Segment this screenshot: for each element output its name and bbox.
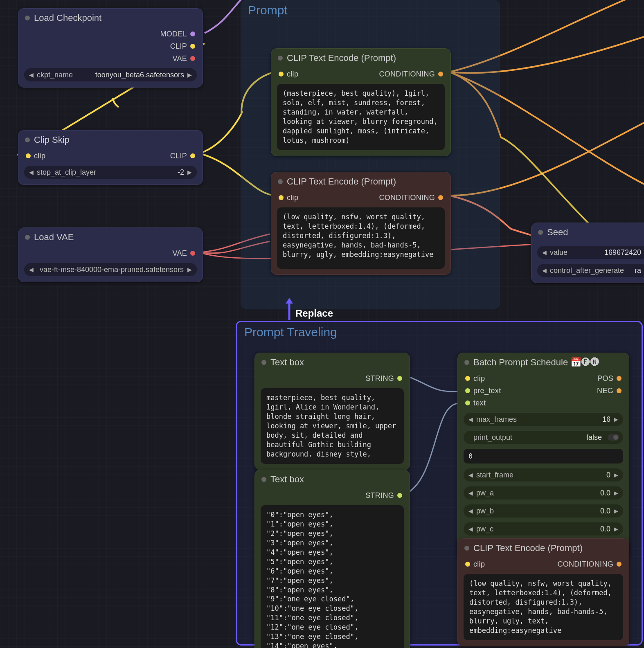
node-header[interactable]: CLIP Text Encode (Prompt) xyxy=(271,172,450,190)
output-neg[interactable]: NEG xyxy=(597,387,621,395)
port-dot-icon[interactable] xyxy=(279,195,284,200)
param-start-frame[interactable]: ◀ start_frame 0 ▶ xyxy=(464,468,623,482)
param-seed-value[interactable]: ◀ value 169672420 xyxy=(537,246,644,259)
param-pw-a[interactable]: ◀ pw_a 0.0 ▶ xyxy=(464,486,623,500)
param-pw-b[interactable]: ◀ pw_b 0.0 ▶ xyxy=(464,504,623,518)
node-clip-text-encode-negative[interactable]: CLIP Text Encode (Prompt) clip CONDITION… xyxy=(271,172,451,275)
port-dot-icon[interactable] xyxy=(465,562,470,567)
output-vae[interactable]: VAE xyxy=(172,249,195,258)
port-dot-icon[interactable] xyxy=(190,251,195,256)
node-batch-prompt-schedule[interactable]: Batch Prompt Schedule 📅🅕🅝 clip POS pre_t… xyxy=(457,353,629,560)
collapse-dot-icon[interactable] xyxy=(261,360,266,365)
port-dot-icon[interactable] xyxy=(465,388,470,393)
output-conditioning[interactable]: CONDITIONING xyxy=(379,194,443,202)
output-conditioning[interactable]: CONDITIONING xyxy=(557,560,621,569)
chevron-right-icon[interactable]: ▶ xyxy=(613,490,619,496)
collapse-dot-icon[interactable] xyxy=(538,230,543,235)
collapse-dot-icon[interactable] xyxy=(25,16,30,20)
port-dot-icon[interactable] xyxy=(190,32,195,36)
prompt-text-input[interactable]: (low quality, nsfw, worst quality, text,… xyxy=(464,574,623,640)
node-clip-skip[interactable]: Clip Skip clip CLIP ◀ stop_at_clip_layer… xyxy=(18,130,203,185)
input-text[interactable]: text xyxy=(465,399,486,407)
port-dot-icon[interactable] xyxy=(465,376,470,381)
prompt-text-input[interactable]: (masterpiece, best quality), 1girl, solo… xyxy=(277,84,445,150)
param-stop-at-clip-layer[interactable]: ◀ stop_at_clip_layer -2 ▶ xyxy=(24,166,197,179)
node-header[interactable]: Clip Skip xyxy=(18,130,203,148)
input-pre-text[interactable]: pre_text xyxy=(465,387,501,395)
chevron-left-icon[interactable]: ◀ xyxy=(468,508,474,514)
param-max-frames[interactable]: ◀ max_frames 16 ▶ xyxy=(464,413,623,426)
input-clip[interactable]: clip xyxy=(465,374,485,383)
param-control-after-generate[interactable]: ◀ control_after_generate ra xyxy=(537,264,644,277)
port-dot-icon[interactable] xyxy=(190,153,195,158)
output-clip[interactable]: CLIP xyxy=(170,152,195,160)
port-dot-icon[interactable] xyxy=(617,562,621,567)
collapse-dot-icon[interactable] xyxy=(464,360,469,365)
port-dot-icon[interactable] xyxy=(397,493,402,498)
param-pw-c[interactable]: ◀ pw_c 0.0 ▶ xyxy=(464,522,623,536)
output-string[interactable]: STRING xyxy=(365,491,402,500)
collapse-dot-icon[interactable] xyxy=(278,179,283,184)
node-header[interactable]: Text box xyxy=(255,353,410,371)
node-header[interactable]: Load VAE xyxy=(18,228,203,246)
port-dot-icon[interactable] xyxy=(190,56,195,61)
input-clip[interactable]: clip xyxy=(279,194,298,202)
chevron-right-icon[interactable]: ▶ xyxy=(187,169,193,176)
output-conditioning[interactable]: CONDITIONING xyxy=(379,70,443,79)
text-input[interactable]: masterpiece, best quality, 1girl, Alice … xyxy=(261,388,404,464)
param-vae-name[interactable]: ◀ vae-ft-mse-840000-ema-pruned.safetenso… xyxy=(24,263,197,276)
port-dot-icon[interactable] xyxy=(465,400,470,405)
port-dot-icon[interactable] xyxy=(438,72,443,76)
collapse-dot-icon[interactable] xyxy=(25,137,30,142)
node-header[interactable]: Load Checkpoint xyxy=(18,9,203,27)
chevron-left-icon[interactable]: ◀ xyxy=(28,266,34,273)
port-dot-icon[interactable] xyxy=(617,388,621,393)
chevron-right-icon[interactable]: ▶ xyxy=(613,526,619,532)
output-model[interactable]: MODEL xyxy=(160,30,195,38)
output-string[interactable]: STRING xyxy=(365,374,402,383)
prompt-text-input[interactable]: (low quality, nsfw, worst quality, text,… xyxy=(277,207,445,269)
chevron-right-icon[interactable]: ▶ xyxy=(613,416,619,423)
chevron-left-icon[interactable]: ◀ xyxy=(28,72,34,78)
chevron-left-icon[interactable]: ◀ xyxy=(468,472,474,478)
node-load-checkpoint[interactable]: Load Checkpoint MODEL CLIP VAE ◀ ckpt_na… xyxy=(18,8,203,88)
node-header[interactable]: CLIP Text Encode (Prompt) xyxy=(271,49,450,67)
chevron-right-icon[interactable]: ▶ xyxy=(613,472,619,478)
collapse-dot-icon[interactable] xyxy=(261,477,266,482)
chevron-left-icon[interactable]: ◀ xyxy=(541,267,547,274)
text-input[interactable]: "0":"open eyes", "1":"open eyes", "2":"o… xyxy=(261,505,404,648)
chevron-right-icon[interactable]: ▶ xyxy=(187,72,193,78)
chevron-right-icon[interactable]: ▶ xyxy=(613,508,619,514)
node-header[interactable]: Text box xyxy=(255,470,410,488)
input-clip[interactable]: clip xyxy=(465,560,485,569)
chevron-left-icon[interactable]: ◀ xyxy=(468,416,474,423)
node-clip-text-encode-positive[interactable]: CLIP Text Encode (Prompt) clip CONDITION… xyxy=(271,48,451,156)
inline-text-input[interactable]: 0 xyxy=(464,449,623,464)
chevron-left-icon[interactable]: ◀ xyxy=(541,249,547,256)
collapse-dot-icon[interactable] xyxy=(464,546,469,551)
port-dot-icon[interactable] xyxy=(279,72,284,76)
chevron-left-icon[interactable]: ◀ xyxy=(468,490,474,496)
node-clip-text-encode-negative-2[interactable]: CLIP Text Encode (Prompt) clip CONDITION… xyxy=(457,538,629,646)
port-dot-icon[interactable] xyxy=(397,376,402,381)
node-header[interactable]: Batch Prompt Schedule 📅🅕🅝 xyxy=(458,353,629,371)
collapse-dot-icon[interactable] xyxy=(25,235,30,240)
param-ckpt-name[interactable]: ◀ ckpt_name toonyou_beta6.safetensors ▶ xyxy=(24,68,197,81)
node-text-box-2[interactable]: Text box STRING "0":"open eyes", "1":"op… xyxy=(254,470,410,648)
input-clip[interactable]: clip xyxy=(26,152,45,160)
input-clip[interactable]: clip xyxy=(279,70,298,79)
node-text-box-1[interactable]: Text box STRING masterpiece, best qualit… xyxy=(254,353,410,470)
node-header[interactable]: CLIP Text Encode (Prompt) xyxy=(458,539,629,557)
node-seed[interactable]: Seed ◀ value 169672420 ◀ control_after_g… xyxy=(531,223,644,283)
output-clip[interactable]: CLIP xyxy=(170,42,195,51)
node-header[interactable]: Seed xyxy=(531,223,644,241)
toggle-icon[interactable] xyxy=(608,434,619,441)
param-print-output[interactable]: print_output false xyxy=(464,431,623,444)
chevron-left-icon[interactable]: ◀ xyxy=(28,169,34,176)
port-dot-icon[interactable] xyxy=(438,195,443,200)
output-pos[interactable]: POS xyxy=(597,374,621,383)
port-dot-icon[interactable] xyxy=(190,44,195,49)
collapse-dot-icon[interactable] xyxy=(278,56,283,61)
node-load-vae[interactable]: Load VAE VAE ◀ vae-ft-mse-840000-ema-pru… xyxy=(18,227,203,282)
port-dot-icon[interactable] xyxy=(26,153,31,158)
